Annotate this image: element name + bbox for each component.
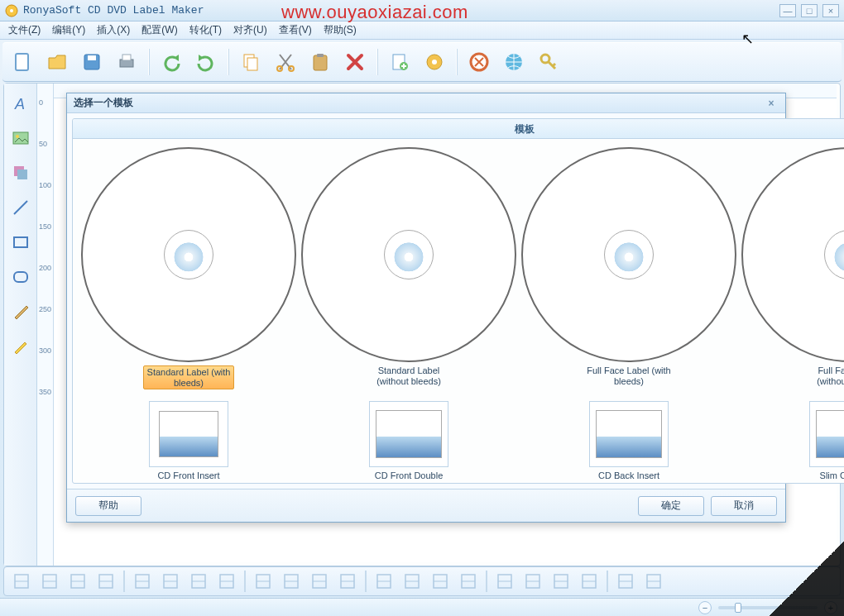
svg-rect-2 — [16, 54, 28, 70]
cancel-button[interactable]: 取消 — [711, 496, 777, 516]
app-title: RonyaSoft CD DVD Label Maker — [23, 4, 204, 17]
backward-button[interactable] — [158, 570, 183, 593]
template-label: CD Front Double Insert — [363, 470, 454, 483]
menu-file[interactable]: 文件(Z) — [3, 21, 46, 39]
back-button[interactable] — [94, 570, 118, 593]
flip-h-button[interactable] — [372, 570, 396, 593]
template-thumb — [301, 147, 516, 362]
key-button[interactable] — [534, 47, 563, 77]
template-label: CD Front Insert — [143, 470, 234, 483]
template-thumb — [809, 401, 844, 467]
template-label: Standard Label (without bleeds) — [363, 365, 454, 387]
template-thumb — [741, 147, 844, 362]
left-toolbox: A — [4, 84, 37, 566]
template-item[interactable]: Standard Label (with bleeds) — [81, 147, 296, 389]
separator — [244, 571, 246, 592]
front-button[interactable] — [65, 570, 90, 593]
maximize-button[interactable]: □ — [801, 4, 818, 17]
align-right-vert-button[interactable] — [251, 570, 276, 593]
add-page-button[interactable] — [385, 47, 415, 77]
dialog-title: 选择一个模板 — [74, 96, 133, 110]
roundrect-tool[interactable] — [9, 265, 32, 289]
delete-button[interactable] — [340, 47, 370, 77]
template-item[interactable]: CD Back Insert — [521, 401, 736, 483]
menu-edit[interactable]: 编辑(Y) — [47, 21, 90, 39]
web-button[interactable] — [499, 47, 529, 77]
menu-view[interactable]: 查看(V) — [274, 21, 317, 39]
text-tool[interactable]: A — [9, 92, 32, 115]
template-label: Standard Label (with bleeds) — [143, 365, 234, 389]
ungroup-button[interactable] — [37, 570, 62, 593]
menu-config[interactable]: 配置(W) — [137, 21, 182, 39]
separator — [456, 49, 458, 75]
align-bottom-button[interactable] — [335, 570, 360, 593]
menu-align[interactable]: 对齐(U) — [228, 21, 272, 39]
main-toolbar — [2, 42, 842, 82]
cut-button[interactable] — [271, 47, 300, 77]
close-window-button[interactable]: × — [822, 4, 839, 17]
statusbar: − + — [0, 598, 844, 616]
svg-rect-12 — [317, 54, 324, 57]
template-thumb — [369, 401, 448, 467]
template-label: Slim CD Insert — [803, 470, 844, 483]
minimize-button[interactable]: — — [779, 4, 796, 17]
menu-insert[interactable]: 插入(X) — [92, 21, 135, 39]
templates-header: 模板 — [73, 119, 844, 139]
dialog-close-button[interactable]: × — [764, 97, 779, 110]
dist-h-center-button[interactable] — [456, 570, 481, 593]
template-thumb — [589, 401, 669, 467]
image-tool[interactable] — [9, 127, 32, 150]
dist-h-left-button[interactable] — [428, 570, 453, 593]
save-button[interactable] — [77, 47, 107, 77]
template-item[interactable]: Standard Label (without bleeds) — [301, 147, 516, 389]
align-middle-button[interactable] — [307, 570, 332, 593]
undo-button[interactable] — [156, 47, 186, 77]
help-button[interactable] — [464, 47, 494, 77]
dialog-footer: 帮助 确定 取消 — [67, 489, 785, 522]
layers-tool[interactable] — [9, 161, 32, 184]
templates-panel: 模板 Standard Label (with bleeds)Standard … — [72, 118, 844, 484]
forward-button[interactable] — [130, 570, 155, 593]
same-height-button[interactable] — [641, 570, 666, 593]
zoom-slider[interactable] — [718, 606, 818, 609]
new-button[interactable] — [7, 47, 37, 77]
rect-tool[interactable] — [9, 231, 32, 254]
svg-rect-26 — [14, 237, 27, 247]
align-center-vert-button[interactable] — [214, 570, 239, 593]
watermark: www.ouyaoxiazai.com — [281, 2, 468, 23]
menu-transform[interactable]: 转化(T) — [185, 21, 227, 39]
template-item[interactable]: Full Face Label (with bleeds) — [521, 147, 736, 389]
dist-v-bottom-button[interactable] — [577, 570, 602, 593]
svg-rect-4 — [88, 55, 96, 60]
dist-h-right-button[interactable] — [492, 570, 517, 593]
flip-v-button[interactable] — [400, 570, 424, 593]
dist-v-middle-button[interactable] — [549, 570, 573, 593]
dist-v-top-button[interactable] — [520, 570, 545, 593]
pencil-tool[interactable] — [9, 335, 32, 358]
brush-tool[interactable] — [9, 300, 32, 323]
template-item[interactable]: CD Front Double Insert — [301, 401, 516, 483]
help-button[interactable]: 帮助 — [75, 496, 141, 516]
print-button[interactable] — [112, 47, 141, 77]
ok-button[interactable]: 确定 — [638, 496, 704, 516]
template-thumb — [521, 147, 736, 362]
template-item[interactable]: Slim CD Insert — [741, 401, 844, 483]
menu-help[interactable]: 帮助(S) — [319, 21, 362, 39]
paste-button[interactable] — [305, 47, 335, 77]
template-item[interactable]: Full Face Label (without bleeds) — [741, 147, 844, 389]
zoom-out-button[interactable]: − — [698, 601, 712, 614]
group-button[interactable] — [9, 570, 34, 593]
open-button[interactable] — [42, 47, 72, 77]
template-item[interactable]: CD Front Insert — [81, 401, 296, 483]
copy-button[interactable] — [236, 47, 266, 77]
settings-button[interactable] — [420, 47, 449, 77]
redo-button[interactable] — [191, 47, 221, 77]
zoom-in-button[interactable]: + — [824, 601, 837, 614]
align-top-button[interactable] — [279, 570, 304, 593]
svg-rect-24 — [17, 170, 27, 179]
line-tool[interactable] — [9, 196, 32, 219]
zoom-knob[interactable] — [735, 603, 741, 613]
same-width-button[interactable] — [613, 570, 638, 593]
align-left-vert-button[interactable] — [186, 570, 211, 593]
svg-point-22 — [16, 135, 19, 138]
